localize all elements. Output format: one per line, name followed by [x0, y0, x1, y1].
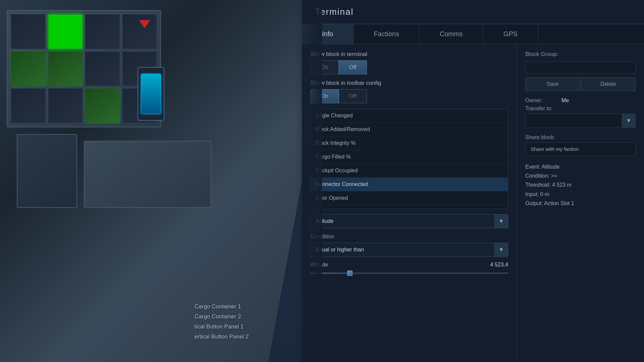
altitude-section: Altitude 4 523.4 [310, 262, 508, 276]
block-list-overlay: Cargo Container 1 Cargo Container 2 tica… [195, 302, 255, 342]
show-block-terminal-off-btn[interactable]: Off [339, 60, 367, 74]
tab-info[interactable]: Info [302, 24, 354, 44]
show-block-terminal-toggle: On Off [310, 60, 508, 74]
game-background [0, 0, 335, 362]
sci-panel-3 [17, 134, 77, 208]
transfer-to-section: Transfer to: ▼ [525, 106, 636, 128]
event-info-output: Output: Action Slot 1 [525, 199, 636, 208]
show-block-toolbar-on-btn[interactable]: On [310, 89, 339, 103]
slider-thumb[interactable] [347, 270, 353, 276]
panel-cell [85, 88, 120, 123]
event-item-block-added[interactable]: Block Added/Removed [311, 123, 508, 136]
block-list-item[interactable]: ertical Button Panel 2 [195, 332, 255, 342]
condition-dropdown-arrow-icon[interactable]: ▼ [494, 243, 508, 256]
panel-cell [85, 14, 120, 49]
transfer-to-value [526, 118, 622, 123]
condition-dropdown[interactable]: Equal or higher than ▼ [310, 243, 508, 257]
show-block-toolbar-toggle: On Off [310, 89, 508, 103]
event-info-condition: Condition: >= [525, 171, 636, 180]
event-item-connector-connected[interactable]: Connector Connected [311, 178, 508, 191]
event-info-input: Input: 0 m [525, 190, 636, 199]
terminal-panel: Terminal Info Factions Comms GPS Show bl… [302, 0, 644, 362]
event-info-threshold: Threshold: 4 523 m [525, 180, 636, 189]
red-triangle-indicator [139, 20, 150, 28]
block-list-item[interactable]: Cargo Container 2 [195, 312, 255, 322]
tab-comms[interactable]: Comms [420, 24, 483, 44]
owner-value: Me [561, 98, 569, 104]
show-block-terminal-label: Show block in terminal [310, 51, 508, 58]
transfer-to-dropdown[interactable]: ▼ [525, 114, 636, 128]
show-block-toolbar-off-btn[interactable]: Off [339, 89, 367, 103]
owner-row: Owner: Me [525, 98, 636, 104]
panel-cell [48, 88, 83, 123]
show-block-terminal-on-btn[interactable]: On [310, 60, 339, 74]
transfer-to-arrow-icon[interactable]: ▼ [622, 114, 635, 127]
event-list: Angle Changed Block Added/Removed Block … [310, 109, 508, 209]
block-group-section: Block Group: [525, 51, 636, 77]
terminal-main: Show block in terminal On Off Show block… [302, 44, 517, 358]
altitude-label: Altitude [310, 262, 328, 268]
altitude-slider[interactable] [310, 270, 508, 276]
condition-section: Condition Equal or higher than ▼ [310, 233, 508, 257]
event-item-angle-changed[interactable]: Angle Changed [311, 109, 508, 123]
altitude-row: Altitude 4 523.4 [310, 262, 508, 268]
condition-dropdown-value: Equal or higher than [311, 243, 494, 256]
block-list-item[interactable]: Cargo Container 1 [195, 302, 255, 312]
terminal-title: Terminal [315, 7, 631, 17]
keyboard-unit [138, 67, 164, 121]
event-dropdown[interactable]: Altitude ▼ [310, 214, 508, 228]
event-item-cockpit-occupied[interactable]: Cockpit Occupied [311, 164, 508, 178]
panel-cell [11, 88, 46, 123]
show-block-toolbar-section: Show block in toolbar config On Off [310, 80, 508, 103]
condition-label: Condition [310, 233, 508, 240]
terminal-header: Terminal [302, 0, 644, 24]
event-item-gas-tank-filled[interactable]: Gas Tank Filled % [311, 205, 508, 209]
delete-button[interactable]: Delete [581, 77, 636, 91]
show-block-toolbar-label: Show block in toolbar config [310, 80, 508, 86]
event-dropdown-value: Altitude [311, 215, 494, 228]
terminal-body: Show block in terminal On Off Show block… [302, 44, 644, 358]
panel-cell [48, 51, 83, 86]
share-block-value: Share with my faction [525, 142, 636, 156]
block-list-item[interactable]: tical Button Panel 1 [195, 322, 255, 332]
panel-cell [85, 51, 120, 86]
share-block-section: Share block: Share with my faction [525, 134, 636, 156]
transfer-to-label: Transfer to: [525, 106, 636, 112]
terminal-right: Block Group: Save Delete Owner: Me Trans… [517, 44, 644, 358]
event-dropdown-arrow-icon[interactable]: ▼ [494, 215, 508, 228]
panel-cell-green [48, 14, 83, 49]
altitude-value: 4 523.4 [490, 262, 508, 268]
save-button[interactable]: Save [525, 77, 580, 91]
share-block-label: Share block: [525, 134, 636, 140]
keyboard-screen [141, 74, 161, 114]
panel-cell [122, 14, 157, 49]
tab-factions[interactable]: Factions [354, 24, 420, 44]
event-item-cargo-filled[interactable]: Cargo Filled % [311, 150, 508, 164]
show-block-terminal-section: Show block in terminal On Off [310, 51, 508, 74]
sci-panel-2 [84, 141, 211, 208]
block-group-label: Block Group: [525, 51, 636, 58]
slider-track [310, 273, 508, 274]
event-info-event: Event: Altitude [525, 162, 636, 171]
tab-gps[interactable]: GPS [483, 24, 538, 44]
event-info-section: Event: Altitude Condition: >= Threshold:… [525, 162, 636, 208]
terminal-tabs: Info Factions Comms GPS [302, 24, 644, 44]
owner-label: Owner: [525, 98, 559, 104]
event-item-block-integrity[interactable]: Block Integrity % [311, 136, 508, 150]
save-delete-row: Save Delete [525, 77, 636, 91]
event-item-door-opened[interactable]: Door Opened [311, 191, 508, 205]
panel-cell [11, 51, 46, 86]
block-group-input[interactable] [525, 62, 636, 73]
panel-cell [11, 14, 46, 49]
slider-fill [311, 273, 350, 274]
event-list-section: Angle Changed Block Added/Removed Block … [310, 109, 508, 209]
